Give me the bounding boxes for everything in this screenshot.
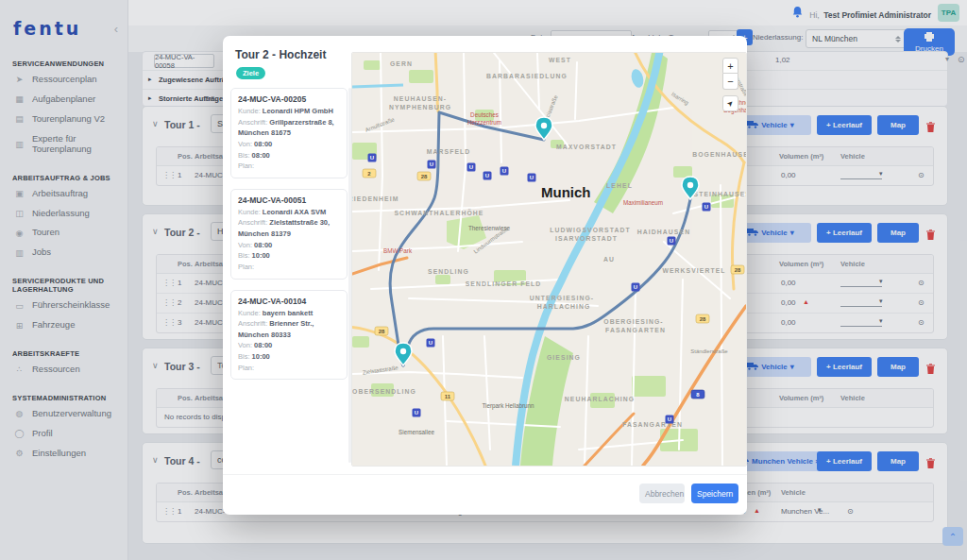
order-ref: 24-MUC-VA-00051 xyxy=(238,195,340,205)
order-card[interactable]: 24-MUC-VA-00205Kunde: Leonardi HPM GmbHA… xyxy=(230,88,348,178)
field-value: Leonardi AXA SVM xyxy=(263,208,326,216)
ziele-badge: Ziele xyxy=(236,67,265,79)
poi-label: Herzzentrum xyxy=(467,119,501,126)
svg-text:28: 28 xyxy=(700,316,706,322)
field-label: Von: xyxy=(238,241,254,249)
field-label: Bis: xyxy=(238,251,252,260)
tour-map-dialog: Tour 2 - Hochzeit Ziele 24-MUC-VA-00205K… xyxy=(223,36,747,515)
district-label: WERKSVIERTEL xyxy=(662,267,725,274)
ubahn-icon: U xyxy=(632,283,640,292)
ubahn-icon: U xyxy=(428,161,436,169)
field-label: Bis: xyxy=(238,352,252,361)
poi-label: Tierpark Hellabrunn xyxy=(482,402,534,410)
ubahn-icon: U xyxy=(413,409,421,417)
poi-label: Maximilianeum xyxy=(623,199,663,206)
svg-text:U: U xyxy=(530,175,534,180)
locate-button[interactable]: ➤ xyxy=(722,95,738,111)
road-shield: 11 xyxy=(441,392,454,400)
field-label: Plan: xyxy=(238,161,254,170)
svg-text:U: U xyxy=(429,340,433,346)
district-label: MAXVORSTADT xyxy=(556,144,617,150)
save-button[interactable]: Speichern xyxy=(691,484,738,503)
svg-text:U: U xyxy=(670,238,673,244)
svg-text:U: U xyxy=(370,155,374,161)
road-shield: 28 xyxy=(375,327,388,335)
app-window: fentu ‹ SERVICEANWENDUNGEN➤Ressourcenpla… xyxy=(0,0,967,560)
district-label: SENDLING xyxy=(428,268,469,275)
zoom-in-button[interactable]: + xyxy=(722,58,738,74)
dialog-footer: Abbrechen Speichern xyxy=(223,474,747,515)
district-label: OBERGIESING- xyxy=(603,318,663,325)
road-shield: 28 xyxy=(417,172,431,180)
district-label: GIESING xyxy=(547,354,581,361)
district-label: BARBARASIEDLUNG xyxy=(486,73,568,79)
field-value: 10:00 xyxy=(252,352,270,361)
field-label: Anschrift: xyxy=(238,118,269,127)
field-value: Leonardi HPM GmbH xyxy=(263,107,333,115)
order-anschrift: Anschrift: Grillparzerstraße 8, München … xyxy=(238,117,340,139)
svg-text:28: 28 xyxy=(379,329,385,334)
order-plan: Plan: xyxy=(238,363,340,374)
order-kunde: Kunde: Leonardi AXA SVM xyxy=(238,207,340,218)
order-list: 24-MUC-VA-00205Kunde: Leonardi HPM GmbHA… xyxy=(230,88,348,498)
map-zoom-controls: + − ➤ xyxy=(722,58,738,111)
order-von: Von: 08:00 xyxy=(238,340,340,351)
order-ref: 24-MUC-VA-00104 xyxy=(238,297,340,306)
svg-text:U: U xyxy=(634,284,637,290)
svg-text:U: U xyxy=(704,204,708,210)
field-value: 08:00 xyxy=(254,140,272,148)
poi-label: BMW Park xyxy=(383,247,413,254)
district-label: STEINHAUSEN xyxy=(694,191,746,197)
ubahn-icon: U xyxy=(668,237,676,246)
district-label: HAIDHAUSEN xyxy=(637,229,690,235)
district-label: BOGENHAUSEN xyxy=(692,151,746,158)
svg-text:28: 28 xyxy=(421,174,428,179)
road-shield: 8 xyxy=(691,390,704,399)
svg-text:28: 28 xyxy=(735,267,741,273)
ubahn-icon: U xyxy=(666,416,674,424)
field-value: 08:00 xyxy=(254,241,272,249)
field-label: Kunde: xyxy=(238,309,263,317)
zoom-out-button[interactable]: − xyxy=(722,74,738,90)
field-label: Plan: xyxy=(238,263,254,271)
svg-text:U: U xyxy=(430,161,433,167)
poi-label: Deutsches xyxy=(470,111,499,118)
district-label: GERN xyxy=(390,60,413,67)
district-label: NEUHARLACHING xyxy=(565,396,635,402)
district-label: OBERSENDLING xyxy=(352,388,416,395)
cancel-button[interactable]: Abbrechen xyxy=(639,484,685,503)
order-card[interactable]: 24-MUC-VA-00104Kunde: bayern bankettAnsc… xyxy=(230,290,348,381)
district-label: LUDWIGSVORSTADT xyxy=(550,227,630,233)
ubahn-icon: U xyxy=(500,167,509,176)
field-label: Von: xyxy=(238,140,254,148)
district-label: WEST xyxy=(549,57,571,63)
field-value: 10:00 xyxy=(252,251,270,260)
map[interactable]: GERNWESTBARBARASIEDLUNGNEUHAUSEN-NYMPHEN… xyxy=(351,52,747,467)
district-label: MARSFELD xyxy=(427,148,471,155)
field-label: Anschrift: xyxy=(238,319,269,328)
city-label: Munich xyxy=(541,184,591,200)
svg-text:11: 11 xyxy=(445,394,451,399)
district-label: ISARVORSTADT xyxy=(555,235,618,242)
street-label: Ständlerstraße xyxy=(690,348,728,354)
svg-text:U: U xyxy=(415,410,418,416)
ubahn-icon: U xyxy=(484,172,492,180)
district-label: UNTERGIESING- xyxy=(530,295,594,301)
ubahn-icon: U xyxy=(528,174,536,182)
road-shield: 28 xyxy=(696,314,709,323)
order-bis: Bis: 08:00 xyxy=(238,150,340,161)
district-label: FASANGARTEN xyxy=(605,327,666,333)
svg-text:U: U xyxy=(502,168,506,174)
order-bis: Bis: 10:00 xyxy=(238,351,340,363)
district-label: FRIEDENHEIM xyxy=(352,195,399,202)
field-label: Kunde: xyxy=(238,208,263,216)
road-shield: 28 xyxy=(731,265,744,274)
ubahn-icon: U xyxy=(427,339,435,348)
district-label: LEHEL xyxy=(606,182,633,189)
svg-text:U: U xyxy=(668,416,671,422)
field-value: 08:00 xyxy=(254,341,272,349)
order-card[interactable]: 24-MUC-VA-00051Kunde: Leonardi AXA SVMAn… xyxy=(230,189,348,280)
order-kunde: Kunde: Leonardi HPM GmbH xyxy=(238,106,340,117)
order-bis: Bis: 10:00 xyxy=(238,250,340,262)
road-shield: 2 xyxy=(363,169,376,178)
